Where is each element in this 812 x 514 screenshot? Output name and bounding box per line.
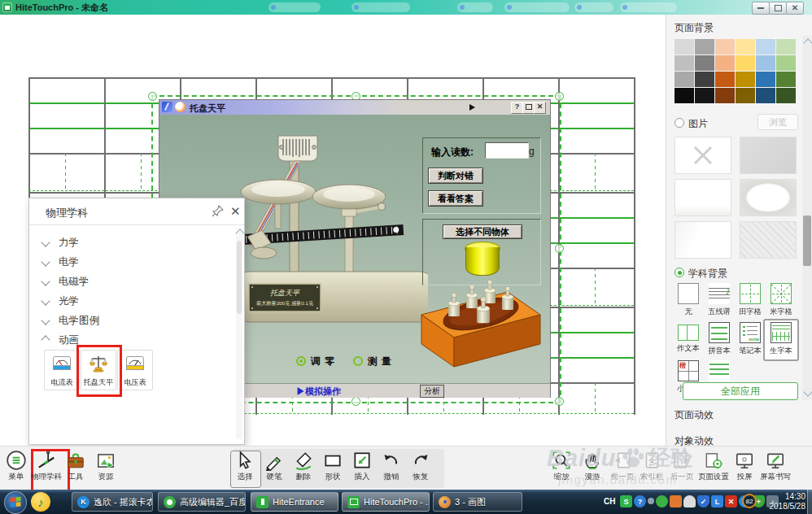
measure-radio[interactable]: [353, 356, 363, 366]
tab-simulate[interactable]: ▶模拟操作: [296, 386, 341, 398]
bg-thumb-vignette[interactable]: [740, 179, 797, 216]
color-swatch[interactable]: [674, 72, 694, 87]
bg-thumb-none[interactable]: [674, 137, 731, 174]
sim-help-button[interactable]: ?: [511, 102, 523, 114]
sim-restore-button[interactable]: [522, 102, 535, 114]
erase-tool[interactable]: 删除: [287, 450, 320, 482]
start-button[interactable]: [4, 491, 27, 514]
screen-writing-tool[interactable]: 屏幕书写: [759, 450, 792, 482]
color-swatch[interactable]: [695, 72, 714, 87]
select-tool[interactable]: 选择: [229, 450, 261, 482]
minimize-button[interactable]: [752, 2, 770, 15]
measure-radio-label[interactable]: 测量: [368, 355, 395, 368]
tray-icon-help[interactable]: ?: [634, 495, 646, 507]
color-swatch[interactable]: [674, 55, 694, 71]
bg-thumb-texture[interactable]: [740, 137, 797, 174]
taskbar-clock[interactable]: 14:30 2018/5/28: [762, 492, 805, 512]
color-swatch[interactable]: [756, 39, 775, 54]
undo-tool[interactable]: 撤销: [375, 450, 408, 482]
tools-tool[interactable]: 工具: [59, 450, 92, 482]
color-swatch[interactable]: [776, 88, 796, 103]
menu-tool[interactable]: 菜单: [0, 450, 33, 482]
color-swatch[interactable]: [776, 72, 796, 87]
prev-page-tool[interactable]: 前一页: [606, 450, 639, 482]
color-swatch[interactable]: [715, 55, 735, 71]
tree-item-mechanics[interactable]: 力学: [29, 233, 233, 252]
taskbar-app-kugou[interactable]: K 逸欣 - 摇滚卡农 ...: [72, 492, 153, 512]
subject-background-radio[interactable]: [674, 268, 684, 277]
color-swatch[interactable]: [776, 55, 796, 71]
tray-icon-shield[interactable]: ✓: [697, 495, 709, 507]
color-swatch[interactable]: [756, 72, 775, 87]
insert-tool[interactable]: 插入: [346, 450, 378, 482]
taskbar-app-hiteentrance[interactable]: HiteEntrance: [251, 492, 338, 512]
battery-indicator[interactable]: 82: [742, 494, 757, 508]
language-indicator[interactable]: CH: [604, 497, 615, 506]
panel-scrollbar[interactable]: [236, 228, 242, 439]
color-swatch[interactable]: [756, 88, 775, 103]
sim-close-button[interactable]: ✕: [534, 102, 546, 114]
browse-button[interactable]: 浏览: [757, 114, 798, 130]
tray-icon-small[interactable]: [648, 498, 654, 504]
color-swatch[interactable]: [715, 88, 735, 103]
subject-notebook[interactable]: note 笔记本: [735, 322, 766, 356]
subject-none[interactable]: 无: [673, 283, 704, 317]
pin-icon[interactable]: [212, 205, 224, 217]
subject-pinyin[interactable]: 拼音本: [704, 322, 735, 356]
scroll-up-icon[interactable]: [235, 229, 244, 237]
zero-radio[interactable]: [296, 356, 306, 366]
simulation-titlebar[interactable]: 托盘天平 ? ✕: [159, 100, 550, 115]
reading-input[interactable]: [485, 142, 529, 159]
tray-icon-l[interactable]: L: [711, 495, 723, 507]
choose-object-button[interactable]: 选择不同物体: [443, 224, 522, 239]
color-swatch[interactable]: [715, 72, 735, 87]
color-swatch[interactable]: [736, 88, 755, 103]
image-radio[interactable]: [674, 118, 684, 128]
zero-radio-label[interactable]: 调零: [311, 355, 338, 368]
show-desktop-button[interactable]: [807, 490, 812, 514]
selection-handle[interactable]: [555, 397, 564, 406]
tray-icon-bell[interactable]: [683, 495, 696, 507]
tree-item-optics[interactable]: 光学: [29, 291, 233, 311]
sidebar-scroll-thumb[interactable]: [803, 216, 811, 266]
roam-tool[interactable]: 漫游: [576, 450, 609, 482]
tree-item-electromagnetism[interactable]: 电磁学: [29, 272, 233, 291]
subject-character-book[interactable]: 生字本: [766, 322, 797, 356]
tree-item-electric-legend[interactable]: 电学图例: [29, 311, 233, 330]
pen-tool[interactable]: 硬笔: [258, 450, 290, 482]
shape-tool[interactable]: 形状: [317, 450, 349, 482]
card-voltmeter[interactable]: 电压表: [117, 350, 153, 390]
color-swatch[interactable]: [736, 72, 755, 87]
taskbar-app-browser[interactable]: 高级编辑器_百度...: [158, 492, 246, 512]
page-animation-heading[interactable]: 页面动效: [674, 408, 714, 422]
next-page-tool[interactable]: 后一页: [666, 450, 698, 482]
tray-icon-sogou[interactable]: S: [620, 495, 632, 507]
subject-mi-grid[interactable]: 米字格: [766, 283, 797, 317]
subject-composition[interactable]: 作文本: [673, 322, 704, 354]
sidebar-scrollbar[interactable]: [802, 36, 812, 400]
index-bar-tool[interactable]: 1 索引栏: [635, 450, 668, 482]
color-swatch[interactable]: [776, 39, 796, 54]
tray-icon-paint[interactable]: [670, 495, 682, 507]
color-swatch[interactable]: [695, 39, 714, 54]
color-swatch[interactable]: [736, 55, 755, 71]
color-swatch[interactable]: [695, 88, 714, 103]
tray-icon-360[interactable]: [656, 495, 668, 507]
page-setup-tool[interactable]: 页面设置: [697, 450, 730, 482]
image-radio-label[interactable]: 图片: [688, 117, 708, 131]
show-answer-button[interactable]: 看看答案: [428, 190, 483, 207]
scroll-up-icon[interactable]: [803, 38, 812, 47]
selection-handle[interactable]: [555, 244, 564, 253]
selection-handle[interactable]: [351, 397, 360, 406]
selection-handle[interactable]: [555, 92, 564, 101]
panel-close-icon[interactable]: ✕: [230, 204, 241, 219]
panel-scroll-thumb[interactable]: [237, 241, 242, 314]
tree-item-electricity[interactable]: 电学: [29, 252, 233, 272]
zoom-tool[interactable]: 缩放: [545, 450, 578, 482]
scroll-down-icon[interactable]: [803, 387, 812, 396]
bg-thumb-curve[interactable]: [674, 221, 731, 259]
apply-all-button[interactable]: 全部应用: [683, 382, 798, 400]
bg-thumb-hatch[interactable]: [740, 221, 797, 259]
resources-tool[interactable]: 资源: [89, 450, 122, 482]
physics-subject-tool[interactable]: 物理学科: [30, 450, 63, 482]
